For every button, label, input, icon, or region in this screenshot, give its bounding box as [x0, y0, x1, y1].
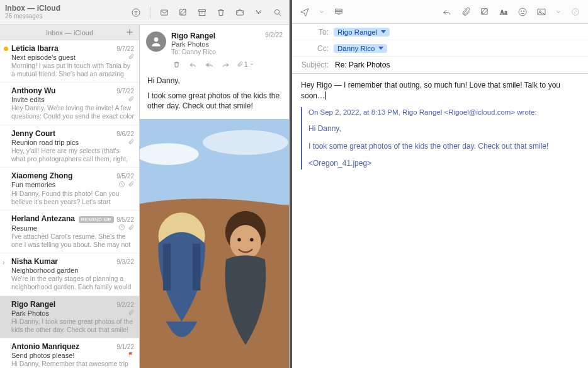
filter-icon[interactable] — [131, 8, 141, 18]
to-recipient-pill[interactable]: Rigo Rangel — [334, 28, 390, 37]
mailbox-title: Inbox — iCloud — [5, 4, 60, 13]
send-options-chevron-icon[interactable] — [319, 7, 325, 17]
to-field-row[interactable]: To: Rigo Rangel — [292, 24, 588, 40]
inline-edit-icon[interactable] — [480, 7, 490, 17]
compose-header-fields: To: Rigo Rangel Cc: Danny Rico Subject: — [292, 24, 588, 74]
svg-point-26 — [521, 11, 521, 11]
add-mailbox-icon[interactable] — [124, 26, 135, 38]
message-sender: Leticia Ibarra — [11, 44, 59, 53]
message-preview-pane: Rigo Rangel Park Photos To: Danny Rico 9… — [140, 25, 289, 368]
svg-point-6 — [274, 9, 279, 14]
thread-chevron-icon[interactable]: › — [3, 259, 4, 266]
preview-attachment-image[interactable] — [140, 119, 289, 368]
photo-browser-chevron-icon[interactable] — [555, 7, 562, 17]
message-list-item[interactable]: Antonio Manriquez9/1/22Send photos pleas… — [0, 338, 139, 368]
message-list-item[interactable]: ›Nisha Kumar9/3/22Neighborhood gardenWe'… — [0, 253, 139, 296]
send-icon[interactable] — [300, 7, 310, 17]
header-fields-icon[interactable] — [334, 7, 344, 17]
preview-to: To: Danny Rico — [171, 48, 260, 55]
svg-rect-16 — [193, 243, 200, 290]
reply-icon[interactable] — [442, 7, 452, 17]
message-preview-text: I've attached Carol's resume. She's the … — [11, 233, 134, 249]
preview-trash-icon[interactable] — [171, 59, 181, 69]
svg-rect-22 — [336, 11, 342, 13]
message-list-item[interactable]: Jenny Court9/6/22Reunion road trip picsH… — [0, 125, 139, 168]
attachment-clip-icon — [128, 181, 134, 188]
message-sender: Nisha Kumar — [11, 257, 58, 266]
emoji-icon[interactable] — [517, 7, 528, 17]
compose-window: Aa To: Rigo Rangel Cc: Danny Rico Subjec… — [292, 0, 588, 368]
preview-forward-icon[interactable] — [220, 59, 230, 69]
archive-icon[interactable] — [197, 8, 207, 18]
message-subject: Invite edits — [11, 96, 125, 103]
message-preview-text: Morning! I was put in touch with Tania b… — [11, 62, 134, 78]
unread-dot-icon — [4, 47, 8, 51]
preview-reply-icon[interactable] — [188, 59, 198, 69]
subject-label: Subject: — [300, 60, 334, 69]
photo-browser-icon[interactable] — [536, 7, 546, 17]
message-date: 9/5/22 — [116, 216, 134, 223]
svg-rect-4 — [199, 11, 205, 16]
compose-reply-text[interactable]: Hey Rigo — I remember that outing, so mu… — [301, 81, 560, 100]
cc-recipient-pill[interactable]: Danny Rico — [334, 44, 387, 53]
subject-field-row[interactable]: Subject: — [292, 57, 588, 73]
message-sender: Xiaomeng Zhong — [11, 171, 72, 180]
search-icon[interactable] — [273, 8, 283, 18]
preview-reply-all-icon[interactable] — [204, 59, 214, 69]
preview-sender: Rigo Rangel — [171, 32, 260, 40]
svg-point-9 — [154, 37, 159, 42]
message-list-item[interactable]: Herland AntezanaREMIND ME9/5/22ResumeI'v… — [0, 210, 139, 253]
message-subject: Next episode's guest — [11, 54, 125, 61]
cc-label: Cc: — [300, 44, 334, 53]
message-preview-text: Hi Danny, Found this photo! Can you beli… — [11, 190, 134, 206]
preview-body-text: I took some great photos of the kids the… — [147, 91, 281, 111]
message-preview-text: Hi Danny, I took some great photos of th… — [11, 318, 134, 334]
message-list-item[interactable]: Xiaomeng Zhong9/5/22Fun memoriesHi Danny… — [0, 168, 139, 210]
message-list-header-label: Inbox — iCloud — [46, 29, 93, 37]
message-list-item[interactable]: Anthony Wu9/7/22Invite editsHey Danny, W… — [0, 83, 139, 125]
to-label: To: — [300, 28, 334, 37]
more-icon[interactable] — [254, 8, 264, 18]
compose-icon[interactable] — [178, 8, 188, 18]
message-date: 9/6/22 — [116, 130, 134, 137]
attachment-icon[interactable] — [461, 7, 471, 17]
trash-icon[interactable] — [216, 8, 226, 18]
quoted-block: On Sep 2, 2022, at 8:13 PM, Rigo Rangel … — [301, 107, 579, 170]
link-icon[interactable] — [570, 7, 580, 17]
svg-point-18 — [230, 225, 261, 259]
svg-point-20 — [250, 238, 253, 241]
quote-line-2: I took some great photos of the kids the… — [308, 141, 579, 152]
message-sender: Anthony Wu — [11, 86, 55, 95]
svg-rect-21 — [336, 9, 342, 11]
message-preview-text: Hey, y'all! Here are my selects (that's … — [11, 147, 134, 163]
preview-subject: Park Photos — [171, 40, 260, 48]
subject-input[interactable] — [334, 60, 580, 70]
message-subject: Send photos please! — [11, 352, 125, 359]
message-list-item[interactable]: Leticia Ibarra9/7/22Next episode's guest… — [0, 40, 139, 83]
message-subject: Reunion road trip pics — [11, 139, 125, 146]
send-later-icon — [118, 181, 125, 189]
message-list-scroll[interactable]: Leticia Ibarra9/7/22Next episode's guest… — [0, 40, 139, 368]
attachment-indicator[interactable]: 1 — [237, 61, 254, 68]
svg-rect-15 — [163, 243, 171, 290]
message-date: 9/5/22 — [116, 173, 134, 180]
format-icon[interactable]: Aa — [499, 7, 509, 17]
quote-attachment: <Oregon_41.jpeg> — [308, 158, 579, 169]
svg-rect-5 — [237, 10, 244, 14]
compose-toolbar: Aa — [292, 0, 588, 24]
message-date: 9/2/22 — [116, 301, 134, 308]
message-subject: Neighborhood garden — [11, 267, 134, 274]
attachment-clip-icon — [128, 224, 134, 232]
junk-icon[interactable] — [235, 8, 245, 18]
quote-header: On Sep 2, 2022, at 8:13 PM, Rigo Rangel … — [308, 107, 579, 118]
svg-point-0 — [132, 9, 140, 16]
cc-field-row[interactable]: Cc: Danny Rico — [292, 40, 588, 57]
compose-body[interactable]: Hey Rigo — I remember that outing, so mu… — [292, 74, 588, 368]
new-message-icon[interactable] — [159, 8, 169, 18]
svg-rect-1 — [161, 10, 168, 15]
message-list-item[interactable]: Rigo Rangel9/2/22Park PhotosHi Danny, I … — [0, 296, 139, 338]
mail-toolbar: Inbox — iCloud 26 messages — [0, 0, 289, 25]
message-sender: Antonio Manriquez — [11, 342, 79, 351]
svg-point-19 — [237, 238, 240, 241]
preview-body: Hi Danny, I took some great photos of th… — [140, 73, 289, 119]
